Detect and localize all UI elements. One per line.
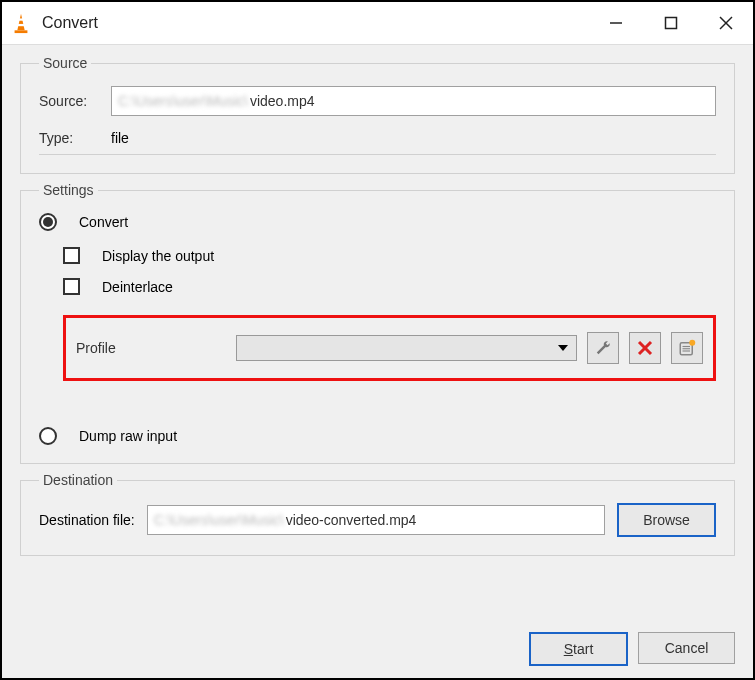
close-icon <box>719 16 733 30</box>
minimize-button[interactable] <box>588 2 643 44</box>
maximize-button[interactable] <box>643 2 698 44</box>
browse-button-label: Browse <box>643 512 690 528</box>
source-label: Source: <box>39 93 99 109</box>
new-profile-button[interactable] <box>671 332 703 364</box>
convert-radio[interactable] <box>39 213 57 231</box>
dialog-body: Source Source: C:\Users\user\Music\video… <box>2 45 753 624</box>
type-value: file <box>111 130 129 146</box>
profile-label: Profile <box>76 340 226 356</box>
dialog-footer: Start Cancel <box>2 624 753 678</box>
dump-radio-row[interactable]: Dump raw input <box>39 427 716 445</box>
edit-profile-button[interactable] <box>587 332 619 364</box>
convert-options: Display the output Deinterlace Profile <box>63 247 716 381</box>
display-output-label: Display the output <box>102 248 214 264</box>
source-row: Source: C:\Users\user\Music\video.mp4 <box>39 86 716 116</box>
destination-filename: video-converted.mp4 <box>286 512 417 528</box>
start-button-label: Start <box>564 641 594 657</box>
source-legend: Source <box>39 55 91 71</box>
vlc-icon <box>10 12 32 34</box>
start-button[interactable]: Start <box>529 632 628 666</box>
maximize-icon <box>664 16 678 30</box>
destination-group: Destination Destination file: C:\Users\u… <box>20 472 735 556</box>
delete-profile-button[interactable] <box>629 332 661 364</box>
titlebar: Convert <box>2 2 753 45</box>
convert-radio-row[interactable]: Convert <box>39 213 716 231</box>
svg-rect-2 <box>17 24 24 26</box>
convert-radio-label: Convert <box>79 214 128 230</box>
chevron-down-icon <box>558 345 568 351</box>
x-icon <box>636 339 654 357</box>
window-controls <box>588 2 753 44</box>
svg-rect-5 <box>665 18 676 29</box>
display-output-row[interactable]: Display the output <box>63 247 716 264</box>
dump-radio[interactable] <box>39 427 57 445</box>
settings-legend: Settings <box>39 182 98 198</box>
wrench-icon <box>594 339 612 357</box>
dump-radio-label: Dump raw input <box>79 428 177 444</box>
destination-path-prefix: C:\Users\user\Music\ <box>154 512 284 528</box>
profile-row: Profile <box>63 315 716 381</box>
settings-group: Settings Convert Display the output Dein… <box>20 182 735 464</box>
new-profile-icon <box>678 339 696 357</box>
destination-input[interactable]: C:\Users\user\Music\video-converted.mp4 <box>147 505 605 535</box>
convert-dialog: Convert Source Source: C:\Users\ <box>0 0 755 680</box>
destination-label: Destination file: <box>39 512 135 528</box>
profile-dropdown[interactable] <box>236 335 577 361</box>
deinterlace-checkbox[interactable] <box>63 278 80 295</box>
type-row: Type: file <box>39 130 716 155</box>
svg-rect-3 <box>15 30 28 33</box>
svg-point-14 <box>689 340 695 346</box>
cancel-button-label: Cancel <box>665 640 709 656</box>
close-button[interactable] <box>698 2 753 44</box>
svg-marker-0 <box>17 14 24 31</box>
deinterlace-row[interactable]: Deinterlace <box>63 278 716 295</box>
svg-rect-1 <box>18 18 24 20</box>
minimize-icon <box>609 16 623 30</box>
window-title: Convert <box>42 14 98 32</box>
source-group: Source Source: C:\Users\user\Music\video… <box>20 55 735 174</box>
source-filename: video.mp4 <box>250 93 315 109</box>
source-input[interactable]: C:\Users\user\Music\video.mp4 <box>111 86 716 116</box>
display-output-checkbox[interactable] <box>63 247 80 264</box>
destination-legend: Destination <box>39 472 117 488</box>
browse-button[interactable]: Browse <box>617 503 716 537</box>
cancel-button[interactable]: Cancel <box>638 632 735 664</box>
type-label: Type: <box>39 130 99 146</box>
source-path-prefix: C:\Users\user\Music\ <box>118 93 248 109</box>
deinterlace-label: Deinterlace <box>102 279 173 295</box>
